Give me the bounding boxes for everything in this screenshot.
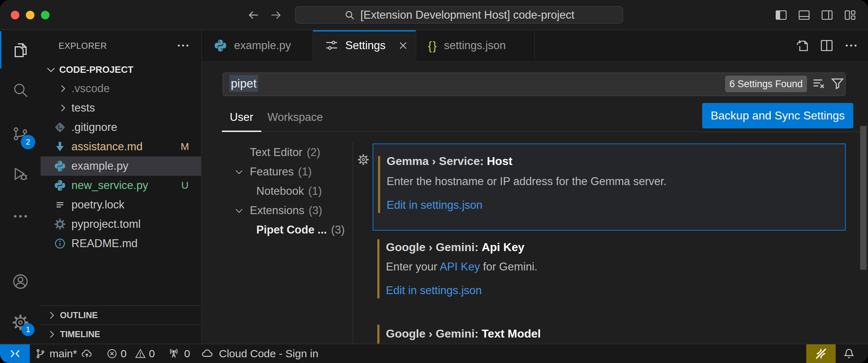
setting-description: Enter your API Key for Gemini. bbox=[386, 260, 537, 273]
setting-gear-icon[interactable] bbox=[357, 153, 370, 166]
cloud-code-label: Cloud Code - Sign in bbox=[219, 348, 318, 360]
git-status-badge: U bbox=[179, 180, 191, 191]
history-forward-icon[interactable] bbox=[269, 8, 283, 22]
open-settings-json-icon[interactable] bbox=[795, 38, 810, 53]
editor-more-actions-icon[interactable] bbox=[844, 38, 859, 53]
activity-more-views[interactable] bbox=[0, 197, 41, 236]
git-branch-status[interactable]: main* bbox=[34, 344, 93, 363]
settings-header-divider bbox=[222, 131, 862, 132]
history-back-icon[interactable] bbox=[247, 8, 260, 22]
toggle-primary-sidebar-icon[interactable] bbox=[774, 8, 788, 22]
toc-pipet-code[interactable]: Pipet Code ...(3) bbox=[202, 220, 353, 240]
warning-icon bbox=[135, 348, 146, 359]
toc-text-editor[interactable]: Text Editor(2) bbox=[202, 143, 353, 162]
git-icon bbox=[51, 118, 69, 136]
cloud-code-status[interactable]: Cloud Code - Sign in bbox=[201, 344, 318, 363]
minimize-window-button[interactable] bbox=[26, 11, 34, 19]
python-icon bbox=[51, 176, 69, 194]
bell-icon bbox=[843, 347, 855, 360]
problems-status[interactable]: 0 0 bbox=[106, 344, 155, 363]
activity-settings[interactable]: 1 bbox=[0, 303, 41, 342]
tab-label: Settings bbox=[345, 39, 386, 52]
ports-status[interactable]: 0 bbox=[168, 344, 190, 363]
explorer-actions-icon[interactable] bbox=[175, 38, 191, 53]
lines-icon bbox=[51, 196, 69, 214]
close-tab-icon[interactable] bbox=[396, 39, 410, 52]
tree-item-poetry-lock[interactable]: poetry.lock bbox=[41, 195, 201, 214]
scope-tab-workspace[interactable]: Workspace bbox=[267, 111, 323, 124]
tree-item-pyproject-toml[interactable]: pyproject.toml bbox=[41, 214, 201, 234]
setting-description-text: for Gemini. bbox=[480, 260, 537, 273]
toc-item-count: (1) bbox=[298, 165, 312, 178]
setting-title-label: Api Key bbox=[482, 241, 524, 254]
chevron-down-icon bbox=[234, 205, 244, 216]
activity-search[interactable] bbox=[0, 70, 41, 110]
setting-row-gemma-host[interactable]: Gemma › Service: Host Enter the hostname… bbox=[373, 143, 846, 231]
activity-explorer[interactable] bbox=[0, 30, 41, 70]
toc-features[interactable]: Features(1) bbox=[202, 162, 353, 182]
activity-run-debug[interactable] bbox=[0, 154, 41, 194]
vscode-window: [Extension Development Host] code-projec… bbox=[0, 0, 868, 363]
edit-in-settings-json-link[interactable]: Edit in settings.json bbox=[387, 199, 482, 212]
gear-file-icon bbox=[51, 215, 69, 233]
split-editor-icon[interactable] bbox=[819, 38, 834, 53]
tree-item-gitignore[interactable]: .gitignore bbox=[41, 118, 201, 137]
settings-editor: pipet 6 Settings Found User Workspace Ba… bbox=[202, 61, 868, 344]
toggle-panel-icon[interactable] bbox=[797, 8, 811, 22]
toc-item: Text Editor(2) bbox=[250, 146, 320, 159]
edit-in-settings-json-link[interactable]: Edit in settings.json bbox=[386, 284, 482, 297]
chevron-right-icon bbox=[46, 310, 57, 321]
layout-controls bbox=[774, 8, 857, 22]
folder-section-label: CODE-PROJECT bbox=[59, 64, 134, 75]
source-control-badge: 2 bbox=[21, 135, 35, 149]
tree-item-new-service-py[interactable]: new_service.py U bbox=[41, 176, 201, 195]
tree-item-tests[interactable]: tests bbox=[41, 98, 201, 118]
customize-layout-icon[interactable] bbox=[843, 8, 857, 22]
folder-section-header[interactable]: CODE-PROJECT bbox=[41, 61, 201, 78]
timeline-section[interactable]: TIMELINE bbox=[41, 324, 201, 343]
tab-settings-json[interactable]: {} settings.json bbox=[416, 30, 535, 61]
activity-source-control[interactable]: 2 bbox=[0, 114, 41, 154]
toc-item-label: Notebook bbox=[256, 185, 304, 197]
zoom-window-button[interactable] bbox=[41, 11, 50, 19]
chevron-right-icon bbox=[57, 103, 68, 113]
setting-title-label: Host bbox=[487, 155, 512, 168]
outline-section[interactable]: OUTLINE bbox=[41, 305, 201, 324]
clear-settings-search-icon[interactable] bbox=[811, 76, 827, 91]
error-count: 0 bbox=[121, 348, 127, 360]
do-not-disturb-status[interactable] bbox=[806, 344, 836, 363]
warning-count: 0 bbox=[149, 348, 155, 360]
search-icon bbox=[344, 9, 355, 21]
toc-item-count: (3) bbox=[309, 204, 322, 217]
tab-example-py[interactable]: example.py bbox=[202, 30, 313, 61]
sparkle-slash-icon bbox=[813, 346, 829, 361]
command-center[interactable]: [Extension Development Host] code-projec… bbox=[295, 6, 623, 24]
tab-settings[interactable]: Settings bbox=[313, 30, 416, 61]
toggle-secondary-sidebar-icon[interactable] bbox=[820, 8, 834, 22]
remote-indicator[interactable] bbox=[0, 344, 30, 363]
settings-search-input[interactable]: pipet 6 Settings Found bbox=[223, 72, 846, 96]
toc-notebook[interactable]: Notebook(1) bbox=[202, 182, 353, 201]
tree-item-vscode[interactable]: .vscode bbox=[41, 79, 201, 98]
toc-extensions[interactable]: Extensions(3) bbox=[202, 201, 353, 220]
backup-sync-button[interactable]: Backup and Sync Settings bbox=[702, 103, 853, 128]
traffic-lights bbox=[11, 11, 50, 19]
tree-item-example-py[interactable]: example.py bbox=[41, 156, 201, 176]
info-icon bbox=[51, 235, 69, 253]
notifications-status[interactable] bbox=[843, 344, 855, 363]
api-key-link[interactable]: API Key bbox=[440, 260, 480, 273]
activity-accounts[interactable] bbox=[0, 262, 41, 301]
tree-item-readme-md[interactable]: README.md bbox=[41, 234, 201, 253]
tree-item-assistance-md[interactable]: assistance.md M bbox=[41, 137, 201, 156]
scope-tab-user[interactable]: User bbox=[230, 111, 253, 124]
filter-settings-icon[interactable] bbox=[830, 76, 845, 91]
chevron-right-icon bbox=[57, 83, 68, 94]
settings-scrollbar[interactable] bbox=[860, 126, 867, 270]
branch-label: main* bbox=[50, 348, 77, 360]
close-window-button[interactable] bbox=[11, 11, 19, 19]
python-icon bbox=[51, 157, 69, 175]
status-bar: main* 0 0 0 Cloud Code - Sign in bbox=[0, 344, 868, 363]
setting-title: Gemma › Service: Host bbox=[387, 155, 512, 168]
editor-area: example.py Settings {} settings.json bbox=[202, 30, 868, 344]
settings-toc: Text Editor(2) Features(1) Notebook(1) E… bbox=[202, 143, 353, 240]
